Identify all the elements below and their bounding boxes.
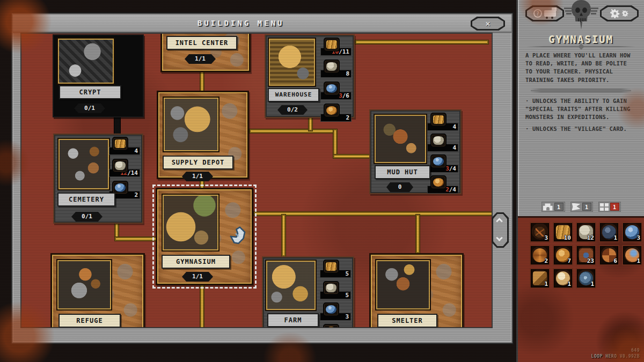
cost-row: 8 — [320, 60, 352, 78]
connection-path — [253, 211, 493, 216]
resource-sphere[interactable]: 1 — [622, 245, 642, 265]
building-art — [266, 261, 316, 310]
titlebar: BUILDING MENU ✕ — [13, 14, 511, 33]
help-button[interactable]: ? — [525, 5, 564, 21]
building-effect: · UNLOCKS THE "VILLAGE" CARD. — [525, 125, 636, 133]
building-card-farm[interactable]: 5 5 3 FARM — [262, 256, 354, 328]
building-art — [375, 115, 426, 163]
resource-metal[interactable]: 1 — [599, 222, 619, 242]
resource-amber[interactable]: 7 — [553, 245, 573, 265]
building-graph-canvas: CRYPT 0/1 INTEL CENTER 1/1 10/11 — [20, 33, 493, 328]
version-text: 649 LOOP HERO V0.992B — [591, 348, 640, 359]
resource-branches[interactable]: 3 — [530, 222, 550, 242]
scroll-control — [492, 212, 509, 248]
connection-path — [333, 154, 373, 159]
building-count: 0/1 — [74, 104, 105, 113]
cost-list: 5 5 3 — [320, 260, 351, 328]
building-card-intel-center[interactable]: INTEL CENTER 1/1 — [160, 33, 251, 72]
building-card-warehouse[interactable]: 10/11 8 3/6 2 WAREHOUSE — [265, 34, 355, 118]
cost-row: 3/4 — [427, 154, 458, 173]
settings-button[interactable] — [600, 5, 639, 21]
building-art — [163, 195, 218, 250]
building-label: SUPPLY DEPOT — [163, 156, 233, 169]
building-art — [164, 98, 218, 151]
cost-row: 4 — [427, 113, 458, 131]
cost-list: 4 4 3/4 2/4 — [427, 113, 458, 194]
building-count: 1/1 — [182, 172, 213, 181]
cost-list: 10/11 8 3/6 2 — [320, 38, 352, 122]
resource-memory-orb[interactable]: 3 — [622, 222, 642, 242]
scroll-down-button[interactable] — [497, 236, 503, 242]
building-art — [57, 260, 111, 309]
building-art — [58, 39, 114, 84]
gear-icon — [610, 9, 620, 18]
resource-shell[interactable]: 1 — [576, 268, 596, 289]
building-art — [58, 139, 109, 189]
building-card-mud-hut[interactable]: 4 4 3/4 2/4 MUD HUT 0 — [369, 109, 462, 194]
planks-icon — [323, 260, 339, 274]
food-icon — [324, 104, 340, 117]
building-card-refuge[interactable]: REFUGE — [50, 253, 145, 328]
buildings-count-chip: 1 — [541, 202, 565, 212]
close-icon: ✕ — [485, 19, 490, 28]
cost-row — [323, 324, 351, 328]
category-counts: 1 1 1 — [518, 202, 644, 212]
building-card-crypt[interactable]: CRYPT 0/1 — [53, 34, 144, 117]
stone-icon — [323, 281, 339, 295]
stone-icon — [324, 60, 340, 73]
building-label: REFUGE — [58, 314, 121, 328]
cost-row: 10/11 — [320, 38, 352, 56]
food-icon — [430, 175, 447, 189]
question-icon: ? — [533, 9, 542, 18]
cost-row: 5 — [320, 260, 351, 278]
resource-stone[interactable]: 12 — [576, 222, 596, 242]
screen: BUILDING MENU ✕ CRYPT — [0, 0, 644, 362]
building-menu-window: BUILDING MENU ✕ CRYPT — [12, 13, 513, 343]
building-count: 0/1 — [71, 212, 103, 221]
building-count: 0/2 — [277, 105, 308, 115]
building-card-gymnasium[interactable]: GYMNASIUM 1/1 — [156, 188, 253, 285]
building-icon — [543, 203, 553, 211]
building-card-smelter[interactable]: SMELTER — [369, 253, 464, 328]
cost-row: 4 — [427, 134, 458, 152]
resource-book[interactable]: 23 — [576, 245, 596, 265]
skull-emblem-icon — [564, 0, 598, 33]
building-description: A PLACE WHERE YOU'LL LEARN HOW TO READ, … — [525, 51, 636, 84]
memory-orb-icon — [324, 82, 340, 95]
planks-icon — [430, 113, 447, 127]
cost-row: 12/14 — [109, 159, 140, 177]
resource-wood[interactable]: 1 — [530, 268, 550, 289]
cost-row: 5 — [320, 281, 351, 299]
cost-row: 3 — [320, 302, 351, 321]
window-title: BUILDING MENU — [13, 19, 469, 27]
gear-icon — [622, 10, 628, 17]
building-card-supply-depot[interactable]: SUPPLY DEPOT 1/1 — [157, 91, 249, 179]
planks-icon — [112, 137, 128, 151]
scroll-up-button[interactable] — [497, 218, 503, 224]
cards-count-chip: 1 — [598, 202, 621, 212]
flag-icon — [572, 203, 581, 211]
connection-path — [308, 116, 313, 131]
building-count: 1/1 — [182, 272, 213, 282]
resource-planks[interactable]: 10 — [553, 222, 573, 242]
building-label: CEMETERY — [57, 193, 115, 206]
cost-row: 4 — [109, 137, 140, 155]
resource-pearl[interactable]: 1 — [553, 268, 573, 289]
building-effect: · UNLOCKS THE ABILITY TO GAIN "SPECIAL T… — [525, 97, 636, 122]
close-button[interactable]: ✕ — [471, 17, 505, 31]
resource-snake[interactable]: 6 — [599, 245, 619, 265]
connection-path — [249, 129, 338, 134]
expeditions-count-chip: 1 — [570, 202, 593, 212]
divider — [526, 46, 635, 47]
ornament-divider — [531, 88, 631, 93]
connection-path — [281, 214, 286, 257]
cost-row: 2/4 — [427, 175, 458, 194]
connection-path — [200, 284, 204, 328]
building-label: SMELTER — [377, 314, 437, 328]
building-card-cemetery[interactable]: 4 12/14 2 CEMETERY 0/1 — [53, 134, 143, 224]
resource-rope[interactable]: 2 — [530, 245, 550, 265]
connection-path — [200, 71, 204, 93]
building-label: GYMNASIUM — [162, 255, 230, 269]
stone-icon — [430, 134, 447, 147]
resource-panel: 3 10 12 1 3 2 7 23 6 1 1 1 1 649 LOOP HE… — [518, 216, 644, 362]
